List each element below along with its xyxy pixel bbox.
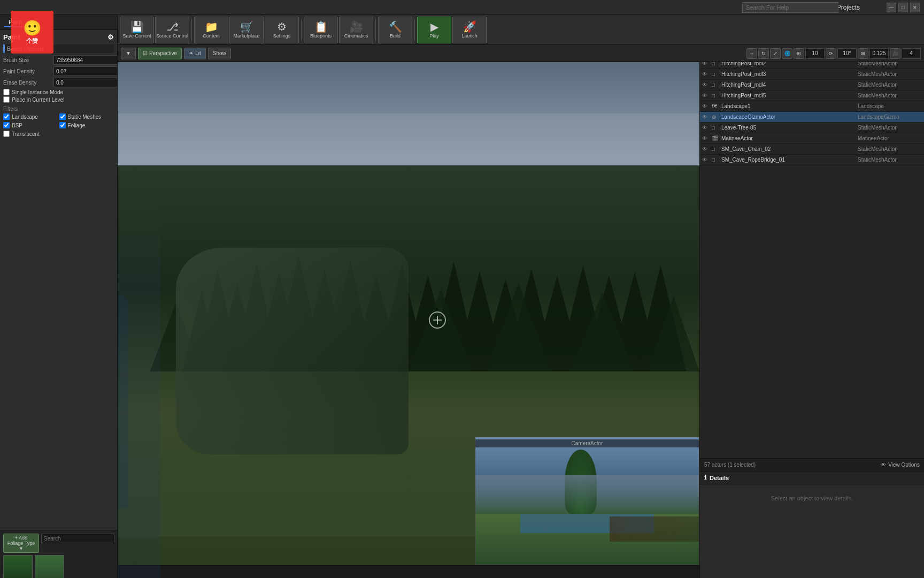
camera-speed-input[interactable] — [902, 48, 921, 59]
angle-snap-button[interactable]: ⟳ — [826, 48, 836, 59]
content-button[interactable]: 📁 Content — [194, 17, 228, 43]
gizmo-icon: ⊕ — [712, 114, 719, 120]
filters-title: Filters — [3, 106, 114, 112]
table-row[interactable]: 👁 □ HitchingPost_mdl5 StaticMeshActor — [700, 90, 924, 101]
show-button[interactable]: Show — [208, 48, 231, 59]
toolbar-separator-2 — [301, 19, 302, 41]
launch-button[interactable]: 🚀 Launch — [452, 17, 487, 43]
actor-name: LandscapeGizmoActor — [721, 114, 856, 120]
eye-icon: 👁 — [881, 462, 886, 468]
marketplace-icon: 🛒 — [240, 21, 253, 32]
paint-settings-icon[interactable]: ⚙ — [107, 33, 114, 41]
viewport-scene: CameraActor — [118, 62, 699, 578]
minimize-button[interactable]: — — [887, 3, 896, 12]
foliage-search-input[interactable] — [41, 534, 114, 543]
settings-button[interactable]: ⚙ Settings — [265, 17, 299, 43]
table-row[interactable]: 👁 🗺 Landscape1 Landscape — [700, 101, 924, 112]
single-instance-checkbox[interactable] — [3, 89, 10, 95]
camera-speed-button[interactable]: 🎥 — [890, 48, 900, 59]
main-viewport[interactable]: CameraActor — [118, 62, 699, 578]
emoji-icon: 🙂 — [23, 19, 42, 37]
erase-density-input[interactable] — [53, 78, 118, 87]
translucent-checkbox[interactable] — [3, 131, 10, 137]
build-icon: 🔨 — [389, 21, 402, 32]
marketplace-label: Marketplace — [233, 33, 259, 39]
window-controls: — □ ✕ — [887, 3, 920, 12]
table-row[interactable]: 👁 ⊕ LandscapeGizmoActor LandscapeGizmo — [700, 112, 924, 123]
scale-snap-button[interactable]: ⊠ — [858, 48, 868, 59]
foliage-controls: + Add Foliage Type ▼ — [3, 534, 114, 553]
static-meshes-filter: Static Meshes — [59, 113, 114, 120]
bsp-checkbox[interactable] — [3, 122, 10, 128]
play-button[interactable]: ▶ Play — [417, 17, 451, 43]
toolbar-separator-1 — [191, 19, 192, 41]
table-row[interactable]: 👁 🎬 MatineeActor MatineeActor — [700, 133, 924, 144]
actor-type: StaticMeshActor — [858, 93, 922, 98]
blueprints-button[interactable]: 📋 Blueprints — [304, 17, 338, 43]
actor-type: StaticMeshActor — [858, 157, 922, 163]
matinee-icon: 🎬 — [712, 135, 719, 141]
source-control-label: Source Control — [156, 33, 188, 39]
world-space-button[interactable]: 🌐 — [782, 48, 792, 59]
brush-size-row: Brush Size — [3, 55, 114, 65]
translucent-filter: Translucent — [3, 131, 58, 137]
gizmo-bar: ↔ ↻ ⤢ 🌐 ⊞ ⟳ ⊠ 🎥 — [746, 48, 921, 59]
perspective-button[interactable]: ☑ Perspective — [138, 48, 182, 59]
paint-density-row: Paint Density — [3, 66, 114, 76]
static-meshes-label: Static Meshes — [68, 114, 102, 120]
surface-snapping-button[interactable]: ⊞ — [794, 48, 804, 59]
close-button[interactable]: ✕ — [910, 3, 920, 12]
marketplace-button[interactable]: 🛒 Marketplace — [229, 17, 264, 43]
cinematics-button[interactable]: 🎥 Cinematics — [339, 17, 373, 43]
table-row[interactable]: 👁 □ SM_Cave_RopeBridge_01 StaticMeshActo… — [700, 155, 924, 165]
brush-size-input[interactable] — [53, 55, 118, 65]
view-options-button[interactable]: 👁 View Options — [881, 462, 920, 468]
mesh-icon: □ — [712, 71, 719, 77]
erase-density-label: Erase Density — [3, 80, 51, 86]
filters-grid: Landscape Static Meshes BSP Foliage Tran… — [3, 113, 114, 138]
camera-preview: CameraActor — [475, 437, 699, 565]
play-icon: ▶ — [430, 21, 438, 32]
viewport-type-button[interactable]: ▼ — [121, 48, 136, 59]
blueprints-label: Blueprints — [310, 33, 332, 39]
source-control-icon: ⎇ — [166, 21, 179, 32]
paint-density-input[interactable] — [53, 66, 118, 76]
help-search-input[interactable] — [742, 2, 838, 13]
foliage-checkbox[interactable] — [59, 122, 66, 128]
place-in-level-row: Place in Current Level — [3, 96, 114, 103]
viewport-crosshair — [429, 311, 446, 329]
save-current-button[interactable]: 💾 Save Current — [120, 17, 154, 43]
source-control-button[interactable]: ⎇ Source Control — [155, 17, 189, 43]
build-button[interactable]: 🔨 Build — [378, 17, 412, 43]
place-in-level-checkbox[interactable] — [3, 96, 10, 103]
translate-button[interactable]: ↔ — [746, 48, 757, 59]
lit-button[interactable]: ☀ Lit — [184, 48, 206, 59]
table-row[interactable]: 👁 □ HitchingPost_mdl4 StaticMeshActor — [700, 80, 924, 90]
bsp-filter: BSP — [3, 122, 58, 128]
single-instance-label: Single Instance Mode — [12, 89, 63, 95]
outliner-list: 👁 □ HitchingPost_mdl2 StaticMeshActor 👁 … — [700, 58, 924, 458]
table-row[interactable]: 👁 □ Leave-Tree-05 StaticMeshActor — [700, 123, 924, 133]
rotate-button[interactable]: ↻ — [758, 48, 769, 59]
foliage-label: Foliage — [68, 123, 86, 128]
add-foliage-type-button[interactable]: + Add Foliage Type ▼ — [3, 534, 39, 553]
place-in-level-label: Place in Current Level — [12, 97, 64, 103]
emoji-text: 个赞 — [26, 37, 38, 45]
scale-input[interactable] — [869, 48, 889, 59]
foliage-bar: + Add Foliage Type ▼ 210 207 — [0, 530, 118, 578]
angle-input[interactable] — [837, 48, 857, 59]
grid-size-input[interactable] — [805, 48, 825, 59]
brush-size-label: Brush Size — [3, 57, 51, 63]
foliage-thumb-2[interactable]: 207 — [35, 555, 64, 578]
content-icon: 📁 — [205, 21, 218, 32]
settings-label: Settings — [273, 33, 291, 39]
static-meshes-checkbox[interactable] — [59, 113, 66, 120]
foliage-thumb-1[interactable]: 210 — [3, 555, 33, 578]
mesh-icon: □ — [712, 125, 719, 131]
table-row[interactable]: 👁 □ SM_Cave_Chain_02 StaticMeshActor — [700, 144, 924, 155]
landscape-checkbox[interactable] — [3, 113, 10, 120]
scale-button[interactable]: ⤢ — [770, 48, 781, 59]
table-row[interactable]: 👁 □ HitchingPost_mdl3 StaticMeshActor — [700, 69, 924, 80]
actor-name: HitchingPost_mdl5 — [721, 93, 856, 98]
maximize-button[interactable]: □ — [898, 3, 908, 12]
